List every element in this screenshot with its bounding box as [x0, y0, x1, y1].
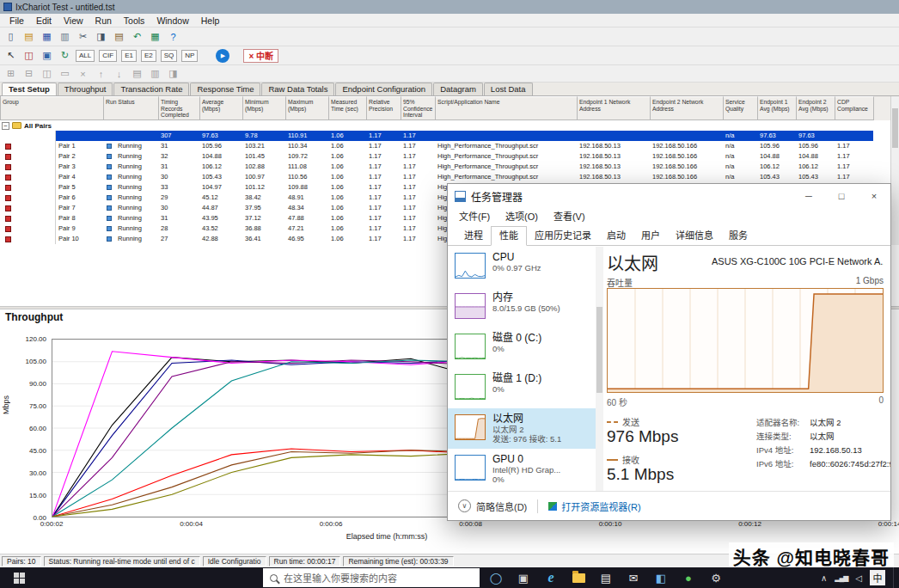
tm-tab-services[interactable]: 服务 [721, 227, 755, 245]
move-up-icon[interactable]: ↑ [94, 66, 108, 81]
save-icon[interactable]: ▦ [40, 29, 54, 44]
tab-transaction-rate[interactable]: Transaction Rate [113, 83, 189, 95]
view-button-e1[interactable]: E1 [121, 50, 137, 62]
column-header-group[interactable]: Group [1, 96, 104, 120]
tm-menu-f[interactable]: 文件(F) [451, 208, 498, 225]
column-header-timing-records-completed[interactable]: Timing Records Completed [159, 96, 200, 120]
column-header-minimum-mbps[interactable]: Minimum (Mbps) [243, 96, 286, 120]
menu-file[interactable]: File [3, 14, 30, 28]
volume-icon[interactable]: ◁ [855, 573, 862, 583]
tm-tab-details[interactable]: 详细信息 [668, 227, 721, 245]
menu-help[interactable]: Help [195, 14, 226, 28]
perf-item-eth[interactable]: 以太网以太网 2发送: 976 接收: 5.1 [448, 408, 596, 449]
column-header-endpoint-1-avg-mbps[interactable]: Endpoint 1 Avg (Mbps) [758, 96, 797, 120]
task-view-icon[interactable]: ▣ [514, 567, 533, 588]
scrollbar-thumb[interactable] [596, 307, 602, 393]
split-icon[interactable]: ◨ [166, 66, 180, 81]
pair-row[interactable]: Pair 2Running32104.88101.45109.721.061.1… [0, 151, 890, 162]
tm-menu-o[interactable]: 选项(O) [498, 208, 546, 225]
tab-raw-data-totals[interactable]: Raw Data Totals [261, 83, 334, 95]
view-button-sq[interactable]: SQ [161, 50, 178, 62]
column-header-average-mbps[interactable]: Average (Mbps) [200, 96, 243, 120]
open-file-icon[interactable]: ▤ [21, 29, 36, 44]
mail-icon[interactable]: ✉ [624, 567, 643, 588]
tm-tab-performance[interactable]: 性能 [491, 226, 527, 246]
column-header-run-status[interactable]: Run Status [104, 96, 159, 120]
copy-icon[interactable]: ◨ [94, 29, 108, 44]
edit-pair-icon[interactable]: ▣ [40, 48, 54, 63]
column-header-service-quality[interactable]: Service Quality [724, 96, 758, 120]
help-icon[interactable]: ? [166, 29, 180, 44]
remove-group-icon[interactable]: ⊟ [21, 66, 36, 81]
menu-view[interactable]: View [58, 14, 89, 28]
scrollbar-thumb[interactable] [892, 108, 898, 148]
table-scrollbar[interactable] [890, 96, 899, 245]
pointer-icon[interactable]: ↖ [3, 48, 18, 63]
tab-datagram[interactable]: Datagram [433, 83, 483, 95]
column-header-endpoint-1-network-address[interactable]: Endpoint 1 Network Address [578, 96, 651, 120]
show-desktop-button[interactable] [893, 567, 896, 588]
add-pair-icon[interactable]: ◫ [21, 48, 36, 63]
pair-row[interactable]: Pair 3Running31106.12102.88111.081.061.1… [0, 162, 890, 172]
chevron-down-icon[interactable]: ∨ [458, 499, 471, 512]
tray-expand-icon[interactable]: ∧ [821, 573, 827, 583]
collapse-expander-icon[interactable]: − [2, 122, 9, 130]
taskbar-search-box[interactable]: 在这里输入你要搜索的内容 [263, 568, 480, 587]
column-header-relative-precision[interactable]: Relative Precision [367, 96, 401, 120]
column-header-95-confidence-interval[interactable]: 95% Confidence Interval [401, 96, 436, 120]
column-header-maximum-mbps[interactable]: Maximum (Mbps) [286, 96, 329, 120]
grid-view-icon[interactable]: ▦ [148, 29, 162, 44]
menu-window[interactable]: Window [150, 14, 194, 28]
open-resource-monitor-link[interactable]: 打开资源监视器(R) [561, 499, 640, 513]
paste-icon[interactable]: ▤ [112, 29, 126, 44]
column-header-script-application-name[interactable]: Script/Application Name [436, 96, 578, 120]
move-down-icon[interactable]: ↓ [112, 66, 126, 81]
abort-test-button[interactable]: × 中断 [243, 49, 278, 63]
tab-throughput[interactable]: Throughput [58, 83, 113, 95]
pair-row[interactable]: Pair 1Running31105.96103.21110.341.061.1… [0, 141, 890, 151]
column-header-endpoint-2-avg-mbps[interactable]: Endpoint 2 Avg (Mbps) [797, 96, 835, 120]
tab-response-time[interactable]: Response Time [190, 83, 260, 95]
edge-icon[interactable]: e [541, 567, 560, 588]
add-group-icon[interactable]: ⊞ [3, 66, 18, 81]
ixchariot-titlebar[interactable]: IxChariot Test - untitled.tst [0, 0, 899, 14]
cut-icon[interactable]: ✂ [76, 29, 90, 44]
menu-edit[interactable]: Edit [30, 14, 58, 28]
perf-item-disk1[interactable]: 磁盘 1 (D:)0% [448, 368, 596, 408]
wechat-icon[interactable]: ● [679, 567, 698, 588]
perf-item-mem[interactable]: 内存8.0/15.9 GB (50%) [448, 287, 596, 328]
delete-icon[interactable]: × [76, 66, 90, 81]
tab-test-setup[interactable]: Test Setup [2, 83, 57, 95]
perf-item-disk0[interactable]: 磁盘 0 (C:)0% [448, 328, 596, 368]
minimize-button[interactable]: ─ [792, 184, 825, 208]
settings-icon[interactable]: ⚙ [706, 567, 725, 588]
run-test-button[interactable]: ▶ [216, 49, 229, 63]
view-button-e2[interactable]: E2 [141, 50, 156, 62]
column-header-cdp-compliance[interactable]: CDP Compliance [835, 96, 874, 120]
store-icon[interactable]: ▤ [596, 567, 615, 588]
duplicate-pair-icon[interactable]: ◫ [40, 66, 54, 81]
menu-run[interactable]: Run [89, 14, 118, 28]
refresh-icon[interactable]: ↻ [58, 48, 72, 63]
tm-tab-processes[interactable]: 进程 [456, 227, 491, 245]
tm-menu-v[interactable]: 查看(V) [546, 208, 593, 225]
view-button-cif[interactable]: CIF [99, 50, 117, 62]
new-file-icon[interactable]: ▯ [3, 29, 18, 44]
tm-tab-app-history[interactable]: 应用历史记录 [527, 227, 599, 245]
tm-tab-startup[interactable]: 启动 [599, 227, 633, 245]
print-icon[interactable]: ▥ [58, 29, 72, 44]
ime-indicator[interactable]: 中 [870, 570, 885, 585]
undo-icon[interactable]: ↶ [130, 29, 144, 44]
network-icon[interactable]: ▂▄▆ [835, 574, 847, 582]
close-button[interactable]: × [858, 184, 890, 208]
perf-item-gpu[interactable]: GPU 0Intel(R) HD Grap...0% [448, 449, 596, 489]
tab-endpoint-configuration[interactable]: Endpoint Configuration [335, 83, 432, 95]
view-button-np[interactable]: NP [181, 50, 198, 62]
sidebar-scrollbar[interactable] [596, 247, 603, 491]
pair-row[interactable]: Pair 4Running30105.43100.97110.561.061.1… [0, 172, 890, 182]
all-pairs-group-row[interactable]: − All Pairs [0, 120, 890, 131]
fewer-details-link[interactable]: 简略信息(D) [476, 499, 527, 513]
cortana-icon[interactable]: ◯ [486, 567, 505, 588]
start-button[interactable] [0, 567, 38, 588]
all-pairs-summary-row[interactable]: 30797.639.78110.911.061.171.17n/a97.6397… [0, 131, 890, 141]
